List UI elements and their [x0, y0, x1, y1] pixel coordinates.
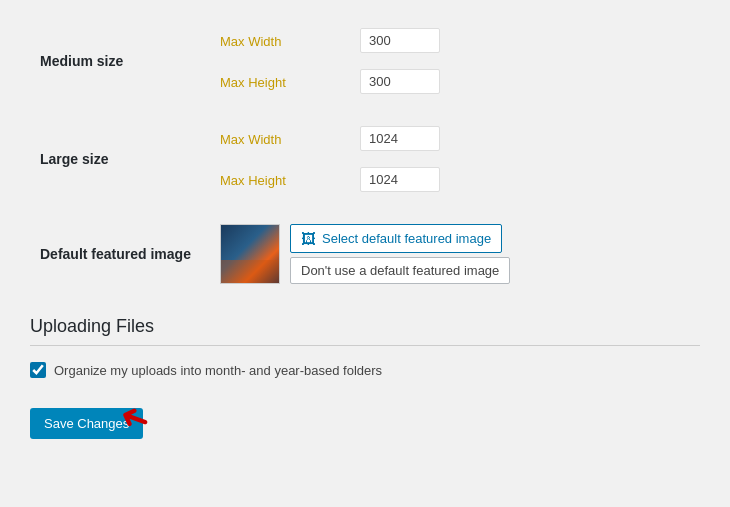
- save-area: Save Changes ➜: [30, 408, 143, 439]
- settings-table: Medium size Max Width Max Height Large s…: [30, 20, 700, 292]
- featured-image-cell: 🖼 Select default featured image Don't us…: [220, 224, 690, 284]
- select-image-label: Select default featured image: [322, 231, 491, 246]
- medium-max-width-label: Max Width: [220, 34, 281, 49]
- medium-max-height-input[interactable]: [360, 69, 440, 94]
- remove-image-label: Don't use a default featured image: [301, 263, 499, 278]
- organize-uploads-label: Organize my uploads into month- and year…: [54, 363, 382, 378]
- large-max-height-label: Max Height: [220, 173, 286, 188]
- image-buttons: 🖼 Select default featured image Don't us…: [290, 224, 510, 284]
- large-size-label: Large size: [40, 151, 108, 167]
- large-size-row: Large size Max Width: [30, 118, 700, 159]
- medium-size-row: Medium size Max Width: [30, 20, 700, 61]
- medium-max-height-label: Max Height: [220, 75, 286, 90]
- large-max-height-input[interactable]: [360, 167, 440, 192]
- large-max-width-label: Max Width: [220, 132, 281, 147]
- featured-image-label: Default featured image: [40, 246, 191, 262]
- thumbnail-preview: [220, 224, 280, 284]
- large-max-width-input[interactable]: [360, 126, 440, 151]
- save-changes-button[interactable]: Save Changes: [30, 408, 143, 439]
- divider-1: [30, 102, 700, 118]
- image-icon: 🖼: [301, 230, 316, 247]
- organize-uploads-checkbox[interactable]: [30, 362, 46, 378]
- featured-image-row: Default featured image 🖼 Select default …: [30, 216, 700, 292]
- uploading-title: Uploading Files: [30, 316, 700, 346]
- medium-max-width-input[interactable]: [360, 28, 440, 53]
- remove-image-button[interactable]: Don't use a default featured image: [290, 257, 510, 284]
- uploading-section: Uploading Files Organize my uploads into…: [30, 316, 700, 439]
- uploads-checkbox-row: Organize my uploads into month- and year…: [30, 362, 700, 378]
- select-image-button[interactable]: 🖼 Select default featured image: [290, 224, 502, 253]
- divider-2: [30, 200, 700, 216]
- medium-size-label: Medium size: [40, 53, 123, 69]
